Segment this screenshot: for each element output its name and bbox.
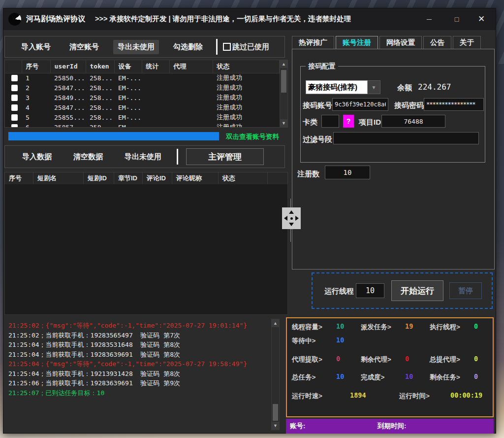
tab-account-register[interactable]: 账号注册	[336, 36, 378, 49]
stat-label: 运行时速>	[292, 392, 322, 400]
import-data-button[interactable]: 导入数据	[18, 150, 56, 164]
main-comment-manage-button[interactable]: 主评管理	[186, 148, 264, 165]
skip-used-checkbox[interactable]: 跳过已使用	[223, 42, 269, 52]
run-threads-label: 运行线程	[324, 287, 354, 296]
cell-stats	[142, 83, 169, 93]
account-row[interactable]: 625857...258...EM-...注册成功	[5, 122, 280, 128]
scroll-thumb[interactable]	[273, 404, 278, 421]
app-logo-icon	[8, 13, 21, 26]
export-unused-accounts-button[interactable]: 导出未使用	[113, 40, 159, 54]
register-count-field[interactable]	[325, 166, 370, 179]
row-checkbox[interactable]	[11, 114, 18, 121]
cell-index: 2	[22, 83, 50, 93]
checkbox-icon[interactable]	[223, 43, 231, 51]
row-checkbox[interactable]	[11, 124, 18, 128]
log-line: 21:25:04；{"msg":"等待","code":-1,"time":"2…	[8, 359, 269, 369]
import-accounts-button[interactable]: 导入账号	[17, 40, 55, 54]
cell-token: 258...	[86, 122, 114, 128]
card-type-field[interactable]	[321, 115, 339, 128]
sms-password-label: 接码密码	[394, 101, 424, 110]
cell-device: EM-...	[114, 83, 142, 93]
project-id-field[interactable]	[381, 115, 445, 128]
tab-announcement[interactable]: 公告	[423, 36, 451, 49]
stat-value: 00:00:19	[450, 391, 482, 399]
cell-proxy	[169, 122, 213, 128]
view-account-hint[interactable]: 双击查看账号资料	[226, 133, 279, 141]
maximize-button[interactable]: □	[449, 14, 464, 25]
cell-proxy	[169, 93, 213, 102]
sms-password-field[interactable]	[424, 98, 484, 111]
col-comment-nickname: 评论昵称	[172, 172, 219, 184]
cell-status: 注册成功	[213, 102, 280, 112]
scroll-up-icon[interactable]: ▲	[272, 319, 279, 327]
row-checkbox[interactable]	[11, 85, 18, 91]
chevron-down-icon[interactable]: ▼	[368, 80, 380, 94]
cell-status: 注册成功	[213, 73, 280, 83]
stat-row: 线程容量>10派发任务>19执行线程>0	[292, 322, 499, 331]
help-button[interactable]: ?	[343, 115, 354, 128]
comments-toolbar: 导入数据 清空数据 导出未使用 主评管理	[4, 145, 285, 168]
clear-accounts-button[interactable]: 清空账号	[65, 40, 103, 54]
scroll-up-icon[interactable]: ▲	[280, 60, 287, 68]
cell-stats	[142, 112, 169, 122]
accounts-table: 序号 userId token 设备 统计 代理 状态 125850...258…	[4, 60, 288, 128]
log-line: 21:25:02；{"msg":"等待","code":-1,"time":"2…	[8, 321, 269, 331]
stat-label: 代理提取>	[292, 356, 322, 363]
row-checkbox[interactable]	[11, 95, 18, 101]
toolbar-divider	[177, 149, 178, 165]
pause-button[interactable]: 暂停	[449, 282, 482, 299]
title-notice: >>> 承接软件定制开发 | 请勿用于非法用途，一切后果与作者无关，违者禁封处理	[95, 14, 351, 24]
col-stats: 统计	[142, 60, 169, 73]
filter-segment-field[interactable]	[333, 132, 479, 144]
cell-stats	[142, 122, 169, 128]
scroll-down-icon[interactable]: ▼	[272, 422, 279, 430]
sms-provider-select[interactable]: 豪猪接码(推荐) ▼	[306, 80, 380, 94]
stat-item: 等待中>10	[292, 336, 361, 345]
stat-value: 0	[474, 372, 478, 380]
accounts-scrollbar[interactable]: ▲ ▼	[280, 60, 287, 127]
account-row[interactable]: 225847...258...EM-...注册成功	[5, 83, 280, 93]
cell-token: 258...	[86, 73, 114, 83]
account-row[interactable]: 325849...258...EM-...注册成功	[5, 93, 280, 102]
clear-data-button[interactable]: 清空数据	[69, 150, 107, 164]
export-unused-data-button[interactable]: 导出未使用	[120, 150, 166, 164]
cell-device: EM-...	[114, 122, 142, 128]
footer-expire-label: 到期时间:	[378, 422, 407, 431]
log-scrollbar[interactable]: ▲ ▼	[271, 319, 280, 430]
balance-value: 224.267	[418, 82, 451, 92]
stat-value: 0	[336, 355, 340, 363]
account-row[interactable]: 125850...258...EM-...注册成功	[5, 73, 280, 83]
scroll-down-icon[interactable]: ▼	[280, 119, 287, 127]
cell-index: 4	[22, 102, 50, 112]
start-run-button[interactable]: 开始运行	[391, 280, 443, 301]
sms-account-field[interactable]	[332, 98, 388, 111]
tab-network-settings[interactable]: 网络设置	[379, 36, 422, 49]
row-checkbox[interactable]	[11, 104, 18, 111]
col-userid: userId	[50, 60, 86, 73]
close-button[interactable]: ✕	[474, 14, 489, 25]
stat-item: 运行时速>1894	[292, 391, 399, 400]
tab-bar: 热评推广 账号注册 网络设置 公告 关于	[292, 36, 482, 49]
stat-item: 总提代理>0	[430, 355, 499, 364]
license-footer-bar: 账号: 到期时间:	[286, 419, 494, 434]
arrow-up-icon	[289, 210, 294, 214]
stat-value: 10	[336, 372, 344, 380]
tab-hot-comment-promo[interactable]: 热评推广	[292, 36, 334, 49]
cell-token: 258...	[86, 93, 114, 102]
register-progress-bar	[8, 132, 219, 140]
row-checkbox[interactable]	[11, 75, 18, 81]
delete-checked-button[interactable]: 勾选删除	[169, 40, 207, 54]
move-handle[interactable]	[282, 207, 301, 229]
scroll-thumb[interactable]	[281, 70, 286, 93]
account-row[interactable]: 525855...258...EM-...注册成功	[5, 112, 280, 122]
tab-about[interactable]: 关于	[453, 36, 481, 49]
account-row[interactable]: 425847...258...EM-...注册成功	[5, 102, 280, 112]
minimize-button[interactable]: ─	[422, 14, 437, 25]
log-line: 21:25:04；当前获取手机：19283531648 验证码 第8次	[8, 340, 269, 350]
cell-userId: 25847...	[50, 83, 86, 93]
stat-value: 0	[405, 355, 409, 363]
cell-device: EM-...	[114, 112, 142, 122]
run-threads-field[interactable]	[356, 283, 384, 298]
account-register-panel: 接码配置 豪猪接码(推荐) ▼ 余额 224.267 接码账号 接码密码 卡类 …	[292, 49, 495, 270]
stat-item: 完成度>10	[361, 372, 430, 381]
